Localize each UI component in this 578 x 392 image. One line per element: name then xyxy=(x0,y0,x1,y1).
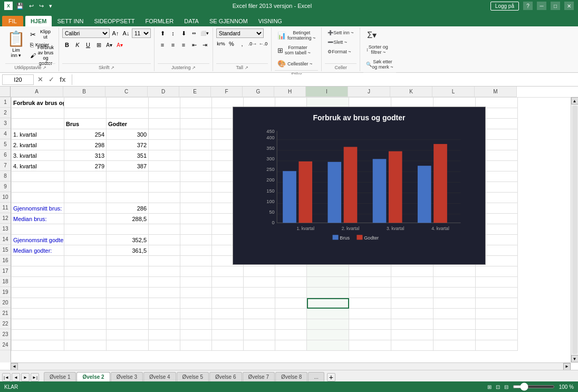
row-header-20[interactable]: 20 xyxy=(0,298,11,308)
cell-D6[interactable] xyxy=(149,150,180,161)
cell-E11[interactable] xyxy=(180,203,212,214)
cell-K20[interactable] xyxy=(391,298,434,309)
scroll-left-btn[interactable]: ◄ xyxy=(11,363,18,370)
cell-H18[interactable] xyxy=(275,277,307,288)
cell-I23[interactable] xyxy=(307,330,349,340)
cell-B8[interactable] xyxy=(64,171,107,182)
cut-button[interactable]: ✂ Klipp ut xyxy=(28,30,55,39)
cell-M22[interactable] xyxy=(476,319,518,330)
cell-D5[interactable] xyxy=(149,140,180,150)
cell-E6[interactable] xyxy=(180,150,212,161)
maximize-button[interactable]: □ xyxy=(551,2,560,10)
sheet-tab-ovelse5[interactable]: Øvelse 5 xyxy=(177,372,209,381)
cell-D2[interactable] xyxy=(149,108,180,119)
horizontal-scrollbar[interactable]: ◄ ► xyxy=(11,362,571,370)
border-button[interactable]: ⊞ xyxy=(94,40,103,50)
col-header-C[interactable]: C xyxy=(105,87,148,97)
cell-K19[interactable] xyxy=(391,288,434,298)
bold-button[interactable]: B xyxy=(62,40,72,50)
row-header-3[interactable]: 3 xyxy=(0,118,11,129)
cell-A14[interactable]: Gjennomsnitt godter: xyxy=(12,235,64,245)
row-header-13[interactable]: 13 xyxy=(0,224,11,234)
cell-D14[interactable] xyxy=(149,235,180,245)
cell-C2[interactable] xyxy=(107,108,149,119)
cell-A2[interactable] xyxy=(12,108,64,119)
underline-button[interactable]: U xyxy=(83,40,93,50)
cell-B23[interactable] xyxy=(64,330,107,340)
cell-C15[interactable]: 361,5 xyxy=(107,245,149,256)
cell-M24[interactable] xyxy=(476,340,518,351)
cell-A5[interactable]: 2. kvartal xyxy=(12,140,64,150)
row-header-6[interactable]: 6 xyxy=(0,150,11,160)
cancel-formula-btn[interactable]: ✕ xyxy=(36,75,45,83)
cell-F22[interactable] xyxy=(212,319,244,330)
format-btn[interactable]: ⚙ Format ~ xyxy=(325,47,357,56)
cell-L23[interactable] xyxy=(434,330,476,340)
sum-btn[interactable]: Σ▾ xyxy=(363,28,380,42)
cell-G17[interactable] xyxy=(244,266,275,277)
cell-C13[interactable] xyxy=(107,224,149,235)
cell-C21[interactable] xyxy=(107,309,149,319)
tab-data[interactable]: DATA xyxy=(179,16,204,26)
add-sheet-btn[interactable]: + xyxy=(327,373,335,381)
cell-A23[interactable] xyxy=(12,330,64,340)
cell-D16[interactable] xyxy=(149,256,180,266)
cell-E2[interactable] xyxy=(180,108,212,119)
cell-D13[interactable] xyxy=(149,224,180,235)
scroll-up-btn[interactable]: ▲ xyxy=(571,97,579,104)
tab-se-gjennom[interactable]: SE GJENNOM xyxy=(204,16,253,26)
vertical-scrollbar[interactable]: ▲ ▼ xyxy=(571,97,578,362)
cell-K24[interactable] xyxy=(391,340,434,351)
row-header-1[interactable]: 1 xyxy=(0,97,11,108)
quick-save-btn[interactable]: 💾 xyxy=(15,2,25,11)
col-header-H[interactable]: H xyxy=(274,87,306,97)
cell-A8[interactable] xyxy=(12,171,64,182)
sheet-tab-ovelse4[interactable]: Øvelse 4 xyxy=(143,372,176,381)
confirm-formula-btn[interactable]: ✓ xyxy=(47,75,56,83)
cell-J17[interactable] xyxy=(349,266,391,277)
cell-C1[interactable] xyxy=(107,98,149,108)
page-view-btn[interactable]: ⊟ xyxy=(504,384,508,390)
cell-B4[interactable]: 254 xyxy=(64,129,107,140)
cell-E8[interactable] xyxy=(180,171,212,182)
cell-B2[interactable] xyxy=(64,108,107,119)
col-header-B[interactable]: B xyxy=(63,87,105,97)
cell-D17[interactable] xyxy=(149,266,180,277)
cell-B14[interactable] xyxy=(64,235,107,245)
font-size-increase-btn[interactable]: A↑ xyxy=(111,28,120,38)
cell-L21[interactable] xyxy=(434,309,476,319)
cell-C7[interactable]: 387 xyxy=(107,161,149,171)
col-header-J[interactable]: J xyxy=(348,87,390,97)
cell-K21[interactable] xyxy=(391,309,434,319)
tab-hjem[interactable]: HJEM xyxy=(25,16,52,26)
row-header-16[interactable]: 16 xyxy=(0,255,11,266)
tab-sideoppsett[interactable]: SIDEOPPSETT xyxy=(89,16,140,26)
cell-B17[interactable] xyxy=(64,266,107,277)
cell-J18[interactable] xyxy=(349,277,391,288)
cell-C18[interactable] xyxy=(107,277,149,288)
cell-G20[interactable] xyxy=(244,298,275,309)
cell-I20[interactable] xyxy=(307,298,349,309)
row-header-10[interactable]: 10 xyxy=(0,192,11,203)
sheet-tab-ovelse1[interactable]: Øvelse 1 xyxy=(44,372,76,381)
align-right-btn[interactable]: ≡ xyxy=(179,40,188,50)
cell-E15[interactable] xyxy=(180,245,212,256)
cell-styles-btn[interactable]: 🎨 Cellestiler ~ xyxy=(275,58,317,69)
col-header-A[interactable]: A xyxy=(11,87,63,97)
cell-M20[interactable] xyxy=(476,298,518,309)
cell-E21[interactable] xyxy=(180,309,212,319)
cell-A24[interactable] xyxy=(12,340,64,351)
align-center-btn[interactable]: ≡ xyxy=(168,40,178,50)
cell-D3[interactable] xyxy=(149,119,180,129)
chart-container[interactable]: Forbruk av brus og godter 0 50 100 150 2… xyxy=(233,107,486,265)
font-size-select[interactable]: 11 xyxy=(132,28,151,38)
cell-M23[interactable] xyxy=(476,330,518,340)
cell-J19[interactable] xyxy=(349,288,391,298)
col-header-F[interactable]: F xyxy=(211,87,243,97)
cell-E1[interactable] xyxy=(180,98,212,108)
cell-A21[interactable] xyxy=(12,309,64,319)
row-header-11[interactable]: 11 xyxy=(0,203,11,213)
cell-D20[interactable] xyxy=(149,298,180,309)
cell-C9[interactable] xyxy=(107,182,149,193)
cell-B21[interactable] xyxy=(64,309,107,319)
